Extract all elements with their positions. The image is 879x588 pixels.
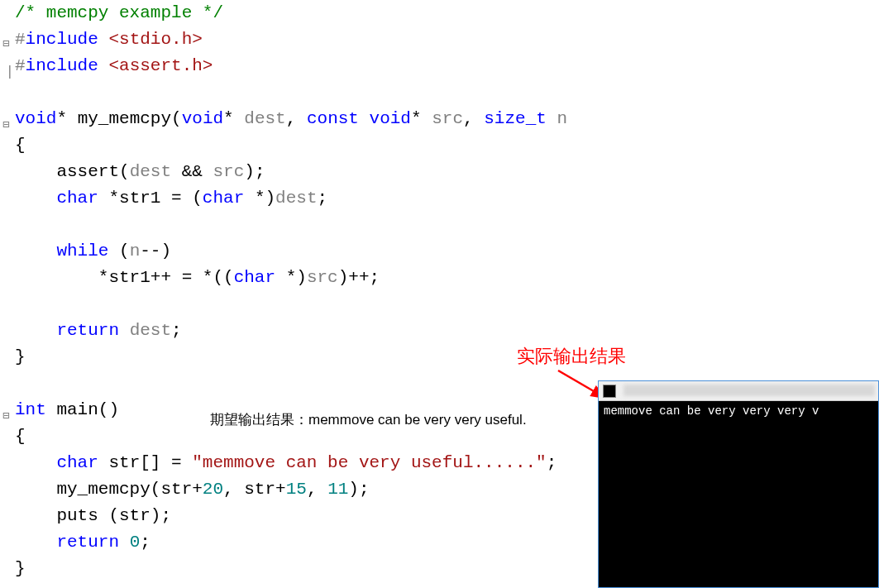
console-output: memmove can be very very very v <box>599 401 878 587</box>
code-line <box>15 212 595 238</box>
code-line: return 0; <box>15 529 595 556</box>
code-line: #include <assert.h> <box>15 53 595 79</box>
code-line <box>15 291 595 318</box>
code-editor: ⊟ | ⊟ ⊟ /* memcpy example */ #include <s… <box>0 0 595 588</box>
number: 15 <box>286 480 307 499</box>
fold-guide: | <box>6 58 14 84</box>
code-line: *str1++ = *((char *)src)++; <box>15 265 595 291</box>
code-line: return dest; <box>15 318 595 344</box>
fold-open-icon[interactable]: ⊟ <box>2 111 9 137</box>
code-line: } <box>15 556 595 582</box>
code-line <box>15 79 595 106</box>
code-line: { <box>15 132 595 159</box>
preprocessor: # <box>15 30 26 49</box>
string-literal: "memmove can be very useful......" <box>192 453 546 472</box>
code-line <box>15 370 595 397</box>
number: 11 <box>327 480 348 499</box>
comment: /* memcpy example */ <box>15 3 223 22</box>
fold-open-icon[interactable]: ⊟ <box>2 30 9 56</box>
code-line: my_memcpy(str+20, str+15, 11); <box>15 476 595 503</box>
console-window: memmove can be very very very v <box>598 380 879 588</box>
console-titlebar[interactable] <box>599 381 878 401</box>
preprocessor: # <box>15 56 26 75</box>
code-line: } <box>15 344 595 370</box>
code-line: puts (str); <box>15 503 595 529</box>
code-line: #include <stdio.h> <box>15 26 595 53</box>
console-title-blurred <box>623 385 875 396</box>
code-line: assert(dest && src); <box>15 159 595 185</box>
code-line: while (n--) <box>15 238 595 265</box>
keyword: include <box>26 56 98 75</box>
svg-line-1 <box>558 370 604 397</box>
code-line: char *str1 = (char *)dest; <box>15 185 595 212</box>
console-icon <box>603 385 616 398</box>
number: 20 <box>203 480 223 499</box>
keyword: include <box>26 30 98 49</box>
header: <assert.h> <box>108 56 213 75</box>
code-line: void* my_memcpy(void* dest, const void* … <box>15 106 595 132</box>
header: <stdio.h> <box>108 30 202 49</box>
type: void <box>15 109 56 128</box>
code-line: char str[] = "memmove can be very useful… <box>15 450 595 476</box>
expected-output-label: 期望输出结果：memmove can be very very useful. <box>210 410 527 429</box>
number: 0 <box>130 533 141 552</box>
code-line: /* memcpy example */ <box>15 0 595 26</box>
fold-open-icon[interactable]: ⊟ <box>2 402 9 428</box>
